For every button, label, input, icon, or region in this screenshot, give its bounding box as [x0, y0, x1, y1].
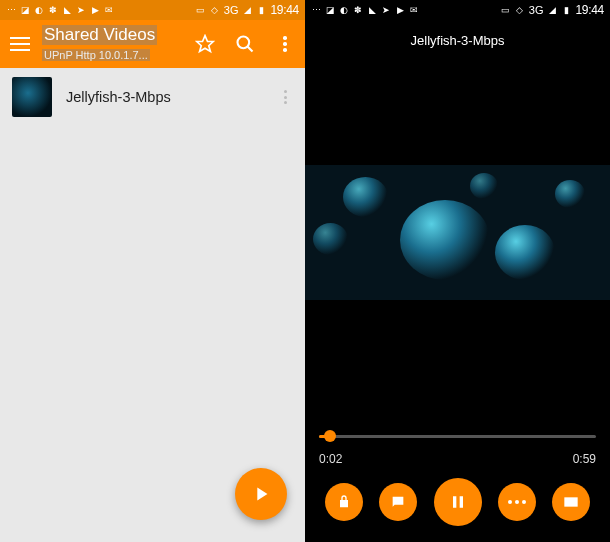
player-pane: ⋯ ◪ ◐ ✽ ◣ ➤ ▶ ✉ ▭ ◇ 3G ◢ ▮ 19:44 Jellyfi… — [305, 0, 610, 542]
clock: 19:44 — [270, 3, 299, 17]
video-thumbnail — [12, 77, 52, 117]
item-overflow-button[interactable] — [277, 90, 293, 104]
youtube-icon: ▶ — [90, 5, 100, 15]
browser-pane: ⋯ ◪ ◐ ✽ ◣ ➤ ▶ ✉ ▭ ◇ 3G ◢ ▮ 19:44 Shared … — [0, 0, 305, 542]
notif-icon: ◣ — [62, 5, 72, 15]
menu-button[interactable] — [10, 37, 30, 51]
notif-icon: ◐ — [339, 5, 349, 15]
more-button[interactable] — [498, 483, 536, 521]
wifi-icon: ◇ — [515, 5, 525, 15]
status-right: ▭ ◇ 3G ◢ ▮ 19:44 — [501, 3, 604, 17]
video-surface[interactable] — [305, 165, 610, 300]
facebook-icon: ◪ — [325, 5, 335, 15]
lock-button[interactable] — [325, 483, 363, 521]
play-fab[interactable] — [235, 468, 287, 520]
telegram-icon: ➤ — [76, 5, 86, 15]
notif-icon: ⋯ — [6, 5, 16, 15]
list-item[interactable]: Jellyfish-3-Mbps — [0, 68, 305, 126]
overflow-button[interactable] — [275, 34, 295, 54]
svg-line-2 — [248, 47, 253, 52]
video-title: Jellyfish-3-Mbps — [66, 89, 277, 105]
status-notifications: ⋯ ◪ ◐ ✽ ◣ ➤ ▶ ✉ — [311, 5, 419, 15]
notif-icon: ◐ — [34, 5, 44, 15]
vibrate-icon: ▭ — [196, 5, 206, 15]
pause-button[interactable] — [434, 478, 482, 526]
wifi-icon: ◇ — [210, 5, 220, 15]
seek-thumb[interactable] — [324, 430, 336, 442]
notif-icon: ✽ — [48, 5, 58, 15]
notif-icon: ◣ — [367, 5, 377, 15]
time-row: 0:02 0:59 — [319, 452, 596, 466]
status-bar: ⋯ ◪ ◐ ✽ ◣ ➤ ▶ ✉ ▭ ◇ 3G ◢ ▮ 19:44 — [0, 0, 305, 20]
seek-track — [319, 435, 596, 438]
search-button[interactable] — [235, 34, 255, 54]
battery-icon: ▮ — [256, 5, 266, 15]
signal-icon: ◢ — [547, 5, 557, 15]
telegram-icon: ➤ — [381, 5, 391, 15]
seek-bar[interactable] — [319, 426, 596, 446]
status-notifications: ⋯ ◪ ◐ ✽ ◣ ➤ ▶ ✉ — [6, 5, 114, 15]
video-content — [400, 200, 490, 280]
svg-rect-4 — [568, 500, 575, 504]
control-buttons — [319, 478, 596, 526]
video-content — [555, 180, 585, 208]
svg-marker-0 — [197, 36, 214, 52]
battery-icon: ▮ — [561, 5, 571, 15]
status-right: ▭ ◇ 3G ◢ ▮ 19:44 — [196, 3, 299, 17]
network-label: 3G — [224, 4, 239, 16]
toolbar: Shared Videos UPnP Http 10.0.1.7... — [0, 20, 305, 68]
player-controls: 0:02 0:59 — [305, 426, 610, 542]
network-label: 3G — [529, 4, 544, 16]
now-playing-title: Jellyfish-3-Mbps — [411, 33, 505, 48]
player-title-bar: Jellyfish-3-Mbps — [305, 20, 610, 60]
total-time: 0:59 — [573, 452, 596, 466]
notif-icon: ⋯ — [311, 5, 321, 15]
video-content — [313, 223, 348, 255]
aspect-ratio-button[interactable] — [552, 483, 590, 521]
video-content — [495, 225, 555, 280]
signal-icon: ◢ — [242, 5, 252, 15]
clock: 19:44 — [575, 3, 604, 17]
subtitles-button[interactable] — [379, 483, 417, 521]
notif-icon: ✽ — [353, 5, 363, 15]
elapsed-time: 0:02 — [319, 452, 342, 466]
toolbar-actions — [195, 34, 295, 54]
gmail-icon: ✉ — [104, 5, 114, 15]
favorite-button[interactable] — [195, 34, 215, 54]
youtube-icon: ▶ — [395, 5, 405, 15]
video-content — [343, 177, 388, 217]
video-list: Jellyfish-3-Mbps — [0, 68, 305, 126]
page-title: Shared Videos — [42, 25, 157, 45]
facebook-icon: ◪ — [20, 5, 30, 15]
gmail-icon: ✉ — [409, 5, 419, 15]
svg-point-1 — [238, 37, 250, 49]
video-content — [470, 173, 498, 199]
vibrate-icon: ▭ — [501, 5, 511, 15]
status-bar: ⋯ ◪ ◐ ✽ ◣ ➤ ▶ ✉ ▭ ◇ 3G ◢ ▮ 19:44 — [305, 0, 610, 20]
toolbar-titles: Shared Videos UPnP Http 10.0.1.7... — [42, 25, 187, 63]
page-subtitle: UPnP Http 10.0.1.7... — [42, 49, 150, 61]
